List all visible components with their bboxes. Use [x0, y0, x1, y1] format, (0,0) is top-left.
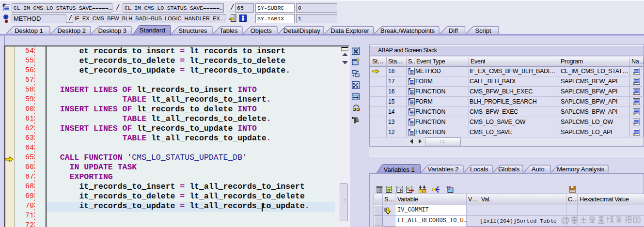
svg-text:Desktop 1: Desktop 1 — [15, 27, 43, 34]
svg-text:Standard: Standard — [140, 27, 165, 34]
svg-text:Tables: Tables — [220, 27, 238, 34]
svg-text:Desktop 3: Desktop 3 — [98, 27, 126, 34]
svg-text:Diff: Diff — [449, 27, 458, 34]
svg-text:Desktop 2: Desktop 2 — [57, 27, 86, 34]
svg-text:Script: Script — [475, 27, 491, 34]
svg-text:Auto: Auto — [532, 166, 545, 173]
svg-text:Variables 2: Variables 2 — [427, 166, 458, 173]
svg-text:@: @ — [561, 215, 570, 225]
svg-text:Data Explorer: Data Explorer — [330, 27, 369, 34]
svg-text:Memory Analysis: Memory Analysis — [557, 166, 605, 173]
svg-text:Break./Watchpoints: Break./Watchpoints — [380, 27, 435, 34]
svg-text:Variables 1: Variables 1 — [384, 166, 415, 173]
svg-text:Objects: Objects — [251, 27, 272, 34]
svg-text:Globals: Globals — [498, 166, 520, 173]
svg-text:Locals: Locals — [470, 166, 488, 173]
svg-text:DetailDisplay: DetailDisplay — [283, 27, 320, 34]
svg-text:Structures: Structures — [178, 27, 207, 34]
